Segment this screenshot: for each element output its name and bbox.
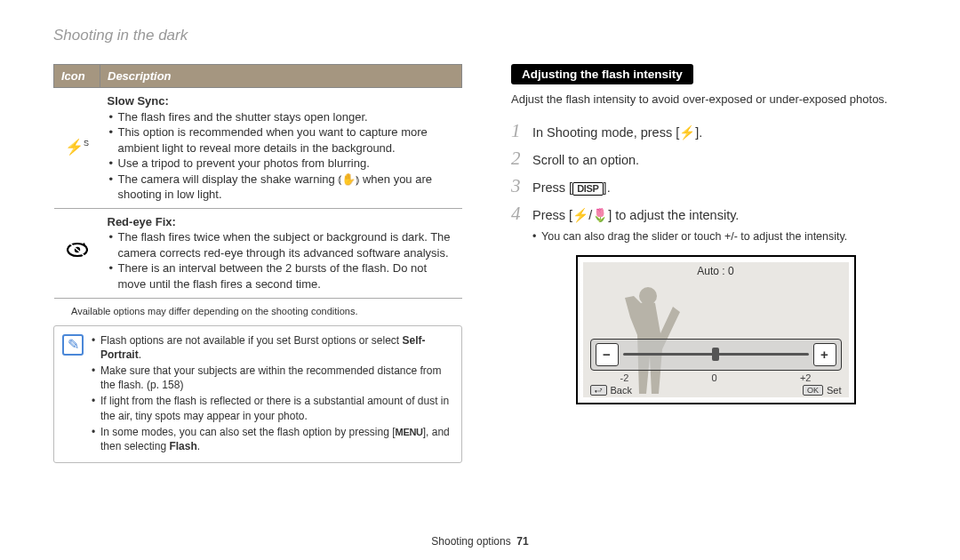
page-title: Shooting in the dark bbox=[53, 27, 920, 44]
row-bullet: The flash fires twice when the subject o… bbox=[109, 229, 455, 260]
ok-key-icon: OK bbox=[803, 385, 823, 396]
row-title: Slow Sync: bbox=[108, 94, 169, 108]
note-bullet: Make sure that your subjects are within … bbox=[92, 364, 452, 392]
step-number: 4 bbox=[511, 203, 532, 225]
note-icon: ✎ bbox=[62, 334, 84, 356]
row-bullet: This option is recommended when you want… bbox=[109, 124, 455, 156]
footnote: Available options may differ depending o… bbox=[71, 306, 462, 316]
back-key-icon: ⮐ bbox=[590, 385, 607, 396]
flash-slow-sync-icon: ⚡S bbox=[54, 88, 100, 209]
slider-track[interactable] bbox=[623, 353, 809, 356]
page-footer: Shooting options 71 bbox=[431, 535, 528, 548]
th-icon: Icon bbox=[54, 65, 100, 88]
red-eye-fix-icon bbox=[54, 208, 100, 298]
steps-list: 1 In Shooting mode, press [⚡]. 2 Scroll … bbox=[511, 120, 920, 225]
disp-button-icon: DISP bbox=[572, 182, 603, 196]
step-text: Press [DISP]. bbox=[532, 179, 611, 196]
minus-button[interactable]: − bbox=[596, 343, 619, 366]
table-row: ⚡S Slow Sync: The flash fires and the sh… bbox=[54, 88, 462, 209]
plus-button[interactable]: + bbox=[813, 343, 836, 366]
section-intro: Adjust the flash intensity to avoid over… bbox=[511, 92, 920, 108]
sub-bullet: You can also drag the slider or touch +/… bbox=[532, 230, 920, 243]
intensity-value-label: Auto : 0 bbox=[697, 265, 733, 277]
section-banner: Adjusting the flash intensity bbox=[511, 64, 693, 84]
row-bullet: There is an interval between the 2 burst… bbox=[109, 260, 455, 292]
slider-scale: -2 0 +2 bbox=[620, 372, 812, 383]
right-column: Adjusting the flash intensity Adjust the… bbox=[511, 64, 920, 463]
row-title: Red-eye Fix: bbox=[108, 215, 176, 228]
flash-options-table: Icon Description ⚡S Slow Sync: The flash… bbox=[53, 64, 462, 299]
step-number: 2 bbox=[511, 148, 532, 170]
row-bullet: The camera will display the shake warnin… bbox=[109, 172, 455, 203]
note-bullet: In some modes, you can also set the flas… bbox=[92, 425, 452, 453]
set-button[interactable]: OK Set bbox=[803, 385, 842, 396]
slider-handle[interactable] bbox=[712, 348, 719, 361]
step-text: In Shooting mode, press [⚡]. bbox=[532, 124, 702, 141]
step-number: 1 bbox=[511, 120, 532, 142]
step-number: 3 bbox=[511, 175, 532, 197]
step-text: Press [⚡/🌷] to adjust the intensity. bbox=[532, 206, 739, 224]
intensity-slider[interactable]: − + bbox=[590, 339, 842, 371]
table-row: Red-eye Fix: The flash fires twice when … bbox=[54, 208, 462, 298]
note-bullet: Flash options are not available if you s… bbox=[92, 333, 452, 362]
row-bullet: The flash fires and the shutter stays op… bbox=[109, 109, 455, 125]
camera-preview: Auto : 0 − + bbox=[576, 255, 856, 404]
step-text: Scroll to an option. bbox=[532, 151, 639, 169]
note-bullet: If light from the flash is reflected or … bbox=[92, 394, 452, 422]
note-box: ✎ Flash options are not available if you… bbox=[53, 325, 462, 464]
back-button[interactable]: ⮐ Back bbox=[590, 385, 632, 396]
row-bullet: Use a tripod to prevent your photos from… bbox=[109, 156, 455, 172]
left-column: Icon Description ⚡S Slow Sync: The flash… bbox=[53, 64, 462, 463]
th-desc: Description bbox=[100, 65, 462, 88]
